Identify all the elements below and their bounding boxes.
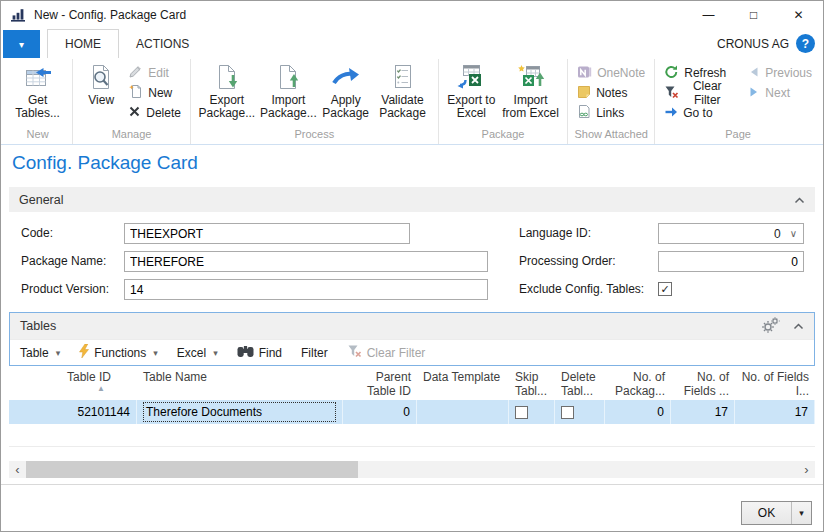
ribbon-group-label-show-attached: Show Attached (573, 127, 649, 144)
column-header-no-of-fields-included[interactable]: No. of Fields I... (735, 369, 815, 400)
cell-no-of-packaging[interactable]: 0 (605, 400, 671, 424)
column-header-skip-table[interactable]: Skip Tabl... (509, 369, 555, 400)
get-tables-label: Get Tables... (11, 94, 64, 120)
column-header-no-of-fields[interactable]: No. of Fields ... (671, 369, 735, 400)
scroll-left-arrow[interactable]: ‹ (9, 461, 26, 478)
validate-package-button[interactable]: Validate Package (372, 60, 433, 120)
close-button[interactable]: ✕ (776, 1, 821, 29)
new-label: New (148, 86, 172, 100)
ribbon-group-label-process: Process (196, 127, 433, 144)
scrollbar-thumb[interactable] (26, 461, 358, 478)
functions-icon (79, 344, 89, 361)
export-to-excel-icon (456, 63, 486, 91)
scrollbar-track[interactable] (26, 461, 798, 478)
get-tables-button[interactable]: Get Tables... (8, 60, 67, 120)
ok-dropdown-arrow[interactable]: ▾ (791, 502, 811, 524)
cell-no-of-fields[interactable]: 17 (671, 400, 735, 424)
product-version-label: Product Version: (21, 279, 109, 300)
general-section-title: General (19, 193, 63, 207)
tab-home[interactable]: HOME (47, 29, 119, 58)
filter-label: Filter (301, 346, 328, 360)
application-menu-button[interactable]: ▾ (3, 30, 40, 58)
tables-collapse-chevron-icon[interactable] (793, 319, 804, 333)
processing-order-field[interactable] (658, 251, 804, 272)
package-name-field[interactable] (124, 251, 488, 272)
clear-filter-button[interactable]: Clear Filter (660, 83, 734, 103)
grid-header-row: Table ID ▲ Table Name Parent Table ID Da… (9, 369, 815, 400)
package-name-label: Package Name: (21, 251, 106, 272)
import-from-excel-label: Import from Excel (502, 94, 559, 120)
import-from-excel-button[interactable]: Import from Excel (499, 60, 562, 120)
import-package-button[interactable]: Import Package... (258, 60, 319, 120)
cell-table-id[interactable]: 52101144 (9, 400, 137, 424)
export-package-button[interactable]: Export Package... (196, 60, 258, 120)
ok-button[interactable]: OK ▾ (741, 501, 812, 525)
refresh-icon (664, 65, 679, 82)
apply-package-button[interactable]: Apply Package (319, 60, 372, 120)
validate-package-icon (392, 63, 414, 91)
sort-ascending-icon: ▲ (97, 384, 105, 393)
ribbon-group-page: Refresh Clear Filter Go to (654, 59, 821, 144)
chevron-down-icon: ▾ (153, 348, 158, 358)
cell-no-of-fields-included[interactable]: 17 (735, 400, 815, 424)
skip-table-checkbox[interactable] (515, 406, 528, 419)
minimize-button[interactable]: — (686, 1, 731, 29)
edit-button: Edit (124, 63, 185, 83)
product-version-field[interactable] (124, 279, 488, 300)
previous-icon (748, 66, 760, 81)
scroll-right-arrow[interactable]: › (798, 461, 815, 478)
column-header-table-name[interactable]: Table Name (137, 369, 343, 400)
tables-section-header[interactable]: Tables (10, 313, 814, 339)
new-document-icon (128, 84, 143, 102)
cell-table-name[interactable]: Therefore Documents (137, 400, 343, 424)
view-button[interactable]: View (78, 60, 124, 107)
filter-button[interactable]: Filter (301, 346, 328, 360)
go-to-label: Go to (683, 106, 712, 120)
tab-actions[interactable]: ACTIONS (119, 29, 206, 58)
notes-button[interactable]: Notes (573, 83, 649, 103)
column-header-data-template[interactable]: Data Template (417, 369, 509, 400)
customize-gears-icon[interactable] (760, 317, 780, 336)
cell-data-template[interactable] (417, 400, 509, 424)
general-section-header[interactable]: General (9, 187, 815, 212)
language-id-label: Language ID: (519, 223, 591, 244)
cell-skip-table[interactable] (509, 400, 555, 424)
cell-delete-table[interactable] (555, 400, 605, 424)
find-button[interactable]: Find (237, 345, 282, 361)
grid-clear-filter-label: Clear Filter (367, 346, 426, 360)
links-button[interactable]: Links (573, 103, 649, 123)
column-header-table-id[interactable]: Table ID ▲ (9, 369, 137, 400)
go-to-button[interactable]: Go to (660, 103, 734, 123)
code-label: Code: (21, 223, 53, 244)
column-header-no-of-packaging[interactable]: No. of Packag... (605, 369, 671, 400)
table-row[interactable]: 52101144 Therefore Documents 0 0 17 17 (9, 400, 815, 424)
apply-package-label: Apply Package (322, 94, 369, 120)
delete-button[interactable]: Delete (124, 103, 185, 123)
go-to-icon (664, 106, 678, 121)
column-header-delete-table[interactable]: Delete Tabl... (555, 369, 605, 400)
language-id-value: 0 (774, 227, 781, 241)
horizontal-scrollbar[interactable]: ‹ › (9, 461, 815, 478)
table-menu-button[interactable]: Table ▾ (20, 346, 60, 360)
notes-icon (577, 85, 591, 102)
exclude-config-tables-checkbox[interactable]: ✓ (658, 282, 672, 296)
onenote-label: OneNote (597, 66, 645, 80)
column-header-parent-table-id[interactable]: Parent Table ID (343, 369, 417, 400)
edit-label: Edit (148, 66, 169, 80)
help-icon[interactable]: ? (796, 34, 815, 53)
checkmark-icon: ✓ (660, 284, 669, 295)
cell-parent-table-id[interactable]: 0 (343, 400, 417, 424)
window-title: New - Config. Package Card (34, 8, 186, 22)
language-id-combo[interactable]: 0 ∨ (658, 223, 804, 244)
delete-table-checkbox[interactable] (561, 406, 574, 419)
new-button[interactable]: New (124, 83, 185, 103)
export-to-excel-label: Export to Excel (447, 94, 496, 120)
functions-menu-button[interactable]: Functions ▾ (79, 344, 158, 361)
import-package-icon (275, 63, 301, 91)
find-label: Find (259, 346, 282, 360)
general-collapse-chevron-icon[interactable] (794, 193, 805, 207)
export-to-excel-button[interactable]: Export to Excel (444, 60, 499, 120)
code-field[interactable] (124, 223, 410, 244)
maximize-button[interactable]: □ (731, 1, 776, 29)
excel-menu-button[interactable]: Excel ▾ (177, 346, 218, 360)
